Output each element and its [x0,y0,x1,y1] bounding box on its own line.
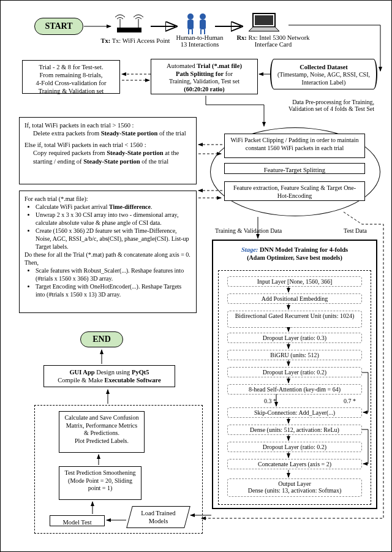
svg-rect-0 [117,28,141,32]
fe-b5: Target Encoding with OneHotEncoder(...).… [36,282,191,298]
router-icon [114,14,145,36]
layer-input: Input Layer [None, 1560, 366] [227,276,362,287]
layer-attn: 8-head Self-Attention (key-dim = 64) [227,384,362,395]
split-l3: Training, Validation, Test set [155,78,254,86]
if-l3: Else if, total WiFi packets in each tria… [24,141,191,149]
preproc-note: Data Pre-processing for Training, Valida… [276,99,374,112]
svg-rect-12 [255,15,273,25]
fe-b3: Create (1560 x 366) 2D feature set with … [36,227,191,251]
smooth-node: Test Prediction Smoothening (Mode Point … [59,466,141,500]
gui-l2: Compile & Make Executable Software [48,376,171,384]
train-data-label: Training & Validation Data [215,227,282,234]
weight-07: 0.7 * [344,398,356,404]
svg-point-7 [200,13,206,20]
clip-node: WiFi Packet Clipping / Padding in order … [224,134,365,158]
layer-output: Output Layer Dense (units: 13, activatio… [227,478,362,497]
foreach-node: For each trial (*.mat file): Calculate W… [19,191,197,313]
test-data-label: Test Data [344,227,367,234]
split-l2: Path Splitting for [176,70,224,77]
layer-concat: Concatenate Layers (axis = 2) [227,459,362,469]
people-icon [181,12,212,35]
rx-text: Rx: Intel 5300 Network Interface Card [248,34,309,48]
fe-b2: Unwrap 2 x 3 x 30 CSI array into two - d… [36,211,191,227]
tr-l1: Trial - 2 & 8 for Test-set. [26,63,116,71]
tr-l2: From remaining 8-trials, [26,71,116,79]
feat-ext-node: Feature extraction, Feature Scaling & Ta… [224,181,365,201]
model-test-node: Model Test [50,515,105,526]
layer-bigru2: BiGRU (units: 512) [227,350,362,360]
layer-bigru1: Bidirectional Gated Recurrent Unit (unit… [227,311,362,328]
if-l1: If, total WiFi packets in each trial > 1… [24,121,191,129]
human-label: Human-to-Human 13 Interactions [172,34,227,48]
tr-l3: 4-Fold Cross-validation for [26,79,116,87]
if-l2: Delete extra packets from Steady-State p… [24,129,191,137]
layer-skip: Skip-Connection: Add_Layer(...) [227,407,362,418]
sm-l1: Test Prediction Smoothening [63,469,137,477]
dataset-title: Collected Dataset [275,63,372,71]
svg-point-3 [187,13,194,20]
ifelse-node: If, total WiFi packets in each trial > 1… [19,117,197,184]
tx-text: Tx: WiFi Access Point [112,37,170,44]
svg-rect-8 [200,20,206,29]
load-models-node: Load Trained Models [126,506,190,528]
tx-label: Tx: Tx: WiFi Access Point [99,37,172,44]
split-l1: Automated Trial (*.mat file) [167,62,242,69]
gui-node: GUI App Design using PyQt5 Compile & Mak… [43,365,175,387]
dataset-node: Collected Dataset (Timestamp, Noise, AGC… [270,59,377,89]
layer-drop1: Dropout Layer (ratio: 0.3) [227,333,362,343]
fe-b1: Calculate WiFi packet arrival Time-diffe… [36,203,191,211]
if-l4: Copy required packets from Steady-State … [24,149,191,165]
dataset-detail: (Timestamp, Noise, AGC, RSSI, CSI, Inter… [275,71,372,86]
feat-split-node: Feature-Target Splitting [224,163,365,174]
calc-l1: Calculate and Save Confusion Matrix, Per… [63,414,140,437]
layer-dense1: Dense (units: 512, activation: ReLu) [227,425,362,435]
sm-l2: (Mode Point = 20, Sliding point = 1) [63,477,137,493]
laptop-icon [246,12,282,35]
rx-label: Rx: Rx: Intel 5300 Network Interface Car… [230,34,316,48]
tr-l4: Training & Validation set [26,87,116,95]
trials-note: Trial - 2 & 8 for Test-set. From remaini… [22,60,120,94]
layer-drop2: Dropout Layer (ratio: 0.2) [227,367,362,377]
svg-rect-11 [253,13,275,27]
end-node: END [80,331,123,347]
layer-drop3: Dropout Layer (ratio: 0.2) [227,442,362,452]
stage-prefix: Stage: [241,246,258,253]
start-node: START [34,18,83,35]
stage-title-text: DNN Model Training for 4-folds [260,246,348,253]
fe-mid: Do these for all the Trial (*.mat) path … [24,251,191,267]
stage-sub: (Adam Optimizer, Save best models) [247,254,342,261]
calc-l2: Plot Predicted Labels. [63,437,140,445]
weight-03: 0.3 * [264,398,276,404]
split-l4: (60:20:20 ratio) [155,86,254,94]
gui-l1: GUI App Design using PyQt5 [48,368,171,376]
svg-rect-4 [187,20,194,29]
dnn-stage-title: Stage: DNN Model Training for 4-folds (A… [216,243,373,265]
layer-posemb: Add Positional Embedding [227,293,362,304]
fe-b4: Scale features with Robust_Scaler(...). … [36,267,191,282]
load-text: Load Trained Models [134,509,183,525]
path-splitting-node: Automated Trial (*.mat file) Path Splitt… [151,59,258,94]
fe-head: For each trial (*.mat file): [24,195,191,203]
calc-node: Calculate and Save Confusion Matrix, Per… [59,411,145,453]
